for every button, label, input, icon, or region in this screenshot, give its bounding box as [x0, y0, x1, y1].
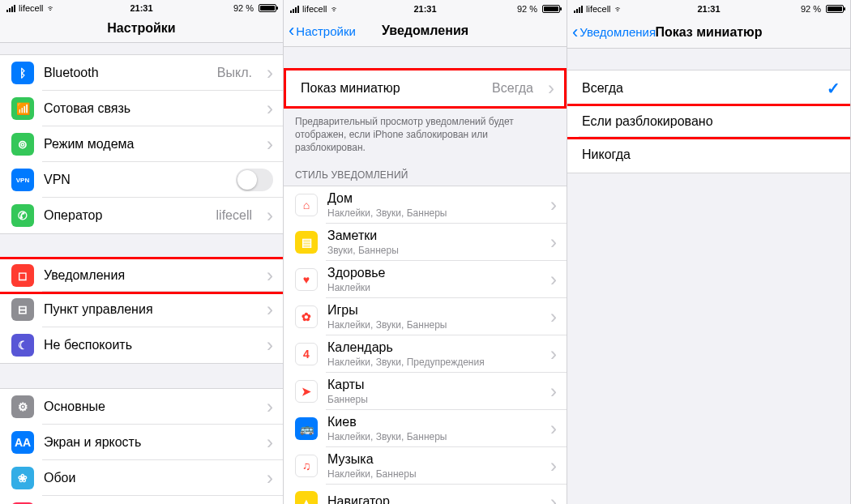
settings-row[interactable]: ◻Уведомления› [0, 257, 283, 294]
settings-row[interactable]: ✆Операторlifecell› [0, 198, 283, 233]
chevron-right-icon: › [550, 493, 557, 504]
back-label: Уведомления [579, 25, 656, 39]
clock: 21:31 [413, 4, 436, 14]
notifications-pane: lifecell ᯤ 21:31 92 % ‹ Настройки Уведом… [284, 0, 567, 504]
chevron-right-icon: › [267, 300, 273, 319]
chevron-left-icon: ‹ [572, 23, 578, 41]
chevron-right-icon: › [550, 195, 557, 215]
carrier-icon: ✆ [11, 204, 34, 227]
general-icon: ⚙ [11, 395, 34, 418]
row-sublabel: Наклейки, Звуки, Баннеры [327, 319, 536, 331]
settings-row[interactable]: 📶Сотовая связь› [0, 91, 283, 126]
navigator-app-icon: ▲ [295, 491, 318, 504]
home-app-icon: ⌂ [295, 194, 318, 216]
show-previews-pane: lifecell ᯤ 21:31 92 % ‹ Уведомления Пока… [567, 0, 851, 504]
music-app-icon: ♫ [295, 455, 318, 477]
cellular-icon: 📶 [11, 97, 34, 120]
settings-row[interactable]: ᛒBluetoothВыкл.› [0, 55, 283, 91]
settings-row[interactable]: 🔊Звуки, тактильные сигналы› [0, 496, 283, 504]
row-label: Календарь [327, 340, 536, 355]
settings-row[interactable]: ✿ИгрыНаклейки, Звуки, Баннеры› [284, 298, 567, 335]
maps-app-icon: ➤ [295, 380, 318, 403]
row-label: Музыка [327, 452, 536, 467]
settings-row[interactable]: ❀Обои› [0, 460, 283, 496]
show-previews-row[interactable]: Показ миниатюр Всегда › [286, 70, 564, 106]
clock: 21:31 [130, 3, 152, 13]
preview-option[interactable]: Всегда✓ [567, 70, 850, 106]
settings-row[interactable]: ⊟Пункт управления› [0, 292, 283, 327]
settings-row[interactable]: ▤ЗаметкиЗвуки, Баннеры› [284, 224, 567, 261]
settings-row[interactable]: VPNVPN [0, 162, 283, 198]
settings-row[interactable]: 4КалендарьНаклейки, Звуки, Предупреждени… [284, 335, 567, 373]
settings-row[interactable]: ⌂ДомНаклейки, Звуки, Баннеры› [284, 186, 567, 224]
back-button[interactable]: ‹ Уведомления [572, 23, 656, 41]
options-list[interactable]: Всегда✓Если разблокированоНикогда [567, 49, 850, 504]
navbar: Настройки [0, 15, 283, 43]
row-label: Оператор [44, 208, 207, 223]
bluetooth-icon: ᛒ [11, 62, 34, 84]
page-title: Настройки [0, 21, 283, 36]
row-sublabel: Наклейки, Звуки, Баннеры [327, 431, 536, 442]
row-label: Bluetooth [44, 66, 207, 80]
settings-row[interactable]: AAЭкран и яркость› [0, 425, 283, 460]
calendar-app-icon: 4 [295, 343, 318, 365]
settings-row[interactable]: ♫МузыкаНаклейки, Баннеры› [284, 447, 567, 485]
navbar: ‹ Уведомления Показ миниатюр [567, 16, 850, 49]
row-label: Сотовая связь [44, 101, 252, 116]
battery-icon [826, 5, 844, 13]
chevron-right-icon: › [267, 135, 273, 154]
chevron-right-icon: › [267, 99, 273, 118]
row-label: Дом [327, 191, 536, 206]
wifi-icon: ᯤ [614, 4, 623, 14]
status-bar: lifecell ᯤ 21:31 92 % [567, 0, 850, 16]
health-app-icon: ♥ [295, 268, 318, 291]
row-label: Экран и яркость [44, 435, 252, 450]
row-value: lifecell [216, 208, 252, 223]
row-sublabel: Наклейки, Звуки, Предупреждения [327, 357, 536, 368]
row-label: VPN [44, 173, 226, 187]
display-icon: AA [11, 431, 34, 454]
battery-percent: 92 % [517, 4, 537, 14]
hotspot-icon: ⊚ [11, 133, 34, 156]
status-bar: lifecell ᯤ 21:31 92 % [0, 0, 283, 15]
settings-row[interactable]: ♥ЗдоровьеНаклейки› [284, 261, 567, 298]
battery-icon [259, 4, 276, 12]
signal-icon [574, 5, 583, 13]
settings-root-pane: lifecell ᯤ 21:31 92 % Настройки ᛒBluetoo… [0, 0, 284, 504]
row-label: Основные [44, 399, 252, 414]
notifications-list[interactable]: Показ миниатюр Всегда › Предварительный … [284, 47, 567, 504]
row-label: Здоровье [327, 266, 536, 280]
settings-row[interactable]: ▲Навигатор› [284, 485, 567, 504]
status-bar: lifecell ᯤ 21:31 92 % [284, 0, 567, 15]
chevron-right-icon: › [550, 419, 557, 438]
battery-percent: 92 % [233, 3, 254, 13]
chevron-right-icon: › [267, 397, 273, 416]
notifications-icon: ◻ [11, 264, 34, 287]
settings-list[interactable]: ᛒBluetoothВыкл.›📶Сотовая связь›⊚Режим мо… [0, 43, 283, 504]
clock: 21:31 [697, 4, 720, 14]
vpn-toggle[interactable] [236, 169, 273, 191]
back-label: Настройки [296, 24, 356, 38]
settings-row[interactable]: ☾Не беспокоить› [0, 327, 283, 363]
wifi-icon: ᯤ [331, 4, 340, 14]
show-previews-footer: Предварительный просмотр уведомлений буд… [284, 109, 567, 158]
preview-option[interactable]: Если разблокировано [567, 104, 850, 139]
chevron-right-icon: › [550, 270, 557, 289]
row-label: Режим модема [44, 137, 252, 152]
control-center-icon: ⊟ [11, 298, 34, 321]
row-label: Заметки [327, 229, 536, 243]
preview-option[interactable]: Никогда [567, 137, 850, 173]
settings-row[interactable]: ⊚Режим модема› [0, 126, 283, 162]
settings-row[interactable]: ⚙Основные› [0, 389, 283, 425]
chevron-right-icon: › [550, 233, 557, 252]
settings-row[interactable]: ➤КартыБаннеры› [284, 373, 567, 410]
wallpaper-icon: ❀ [11, 467, 34, 489]
row-label: Игры [327, 303, 536, 318]
row-label: Обои [44, 471, 252, 485]
settings-row[interactable]: 🚌КиевНаклейки, Звуки, Баннеры› [284, 410, 567, 447]
battery-icon [542, 5, 560, 13]
option-label: Никогда [582, 147, 840, 162]
chevron-right-icon: › [267, 63, 273, 83]
battery-percent: 92 % [801, 4, 821, 14]
back-button[interactable]: ‹ Настройки [289, 22, 356, 40]
